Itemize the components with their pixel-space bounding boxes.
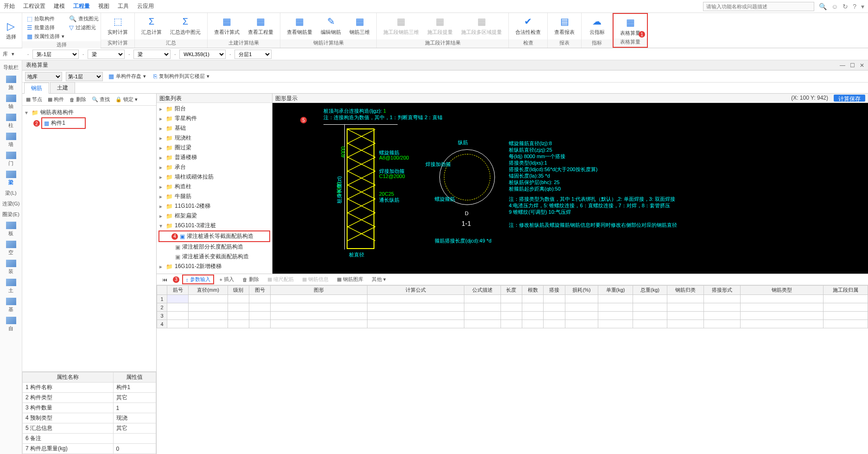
menu-item-active[interactable]: 工程量 xyxy=(73,2,90,10)
rail-item[interactable]: 门 xyxy=(6,152,16,167)
menu-item[interactable]: 开始 xyxy=(4,2,15,10)
sum-calc[interactable]: Σ汇总计算 xyxy=(138,14,165,37)
tree-delete-btn[interactable]: 🗑 删除 xyxy=(68,96,88,103)
atlas-item[interactable]: ▸📁11G101-2楼梯 xyxy=(157,201,272,211)
tree-root[interactable]: ▾📁钢筋表格构件 xyxy=(25,108,153,117)
prop-value[interactable]: 构件1 xyxy=(113,383,156,393)
prop-value[interactable]: 其它 xyxy=(113,423,156,434)
atlas-item[interactable]: ▸📁构造柱 xyxy=(157,182,272,192)
menu-item[interactable]: 云应用 xyxy=(137,2,154,10)
atlas-item[interactable]: ▸📁基础 xyxy=(157,123,272,133)
rail-item[interactable]: 梁(L) xyxy=(5,190,16,197)
tree-lock-btn[interactable]: 🔒 锁定 ▾ xyxy=(114,96,139,103)
atlas-item[interactable]: ▸📁承台 xyxy=(157,162,272,172)
cat-select[interactable]: 梁 xyxy=(88,50,125,59)
minimize-icon[interactable]: — xyxy=(840,62,845,69)
help-icon[interactable]: ? xyxy=(853,3,856,10)
rail-item[interactable]: 板 xyxy=(6,222,16,237)
param-input-button[interactable]: ↕ 参数输入 xyxy=(182,275,214,284)
pick-component[interactable]: ⬚拾取构件 xyxy=(25,15,66,23)
rebar-atlas-button[interactable]: ▦ 钢筋图库 xyxy=(334,275,366,283)
atlas-item-expanded[interactable]: ▾📁16G101-3灌注桩 xyxy=(157,221,272,230)
search-input[interactable] xyxy=(703,2,814,11)
select-by-prop[interactable]: ▦按属性选择 ▾ xyxy=(25,32,66,40)
rail-item[interactable]: 施 xyxy=(6,76,16,91)
prop-value[interactable]: 现浇 xyxy=(113,413,156,423)
atlas-item[interactable]: ▸📁16G101-2新增楼梯 xyxy=(157,262,272,271)
menu-item[interactable]: 工程设置 xyxy=(23,2,45,10)
atlas-item[interactable]: ▸📁零星构件 xyxy=(157,114,272,123)
close-icon[interactable]: ✕ xyxy=(860,62,864,69)
find-element[interactable]: 🔍查找图元 xyxy=(67,15,101,23)
floor-select[interactable]: 第-1层 xyxy=(32,50,79,59)
layer-select[interactable]: 分层1 xyxy=(234,50,272,59)
save-single[interactable]: ▦单构件存盘 ▾ xyxy=(107,72,148,80)
tree-node-btn[interactable]: ▦ 节点 xyxy=(24,96,44,103)
menu-item[interactable]: 建模 xyxy=(54,2,65,10)
delete-button[interactable]: 🗑 删除 xyxy=(240,275,262,283)
comp-select[interactable]: WKL359(1) xyxy=(179,50,226,59)
copy-to-floors[interactable]: ⎘复制构件到其它楼层 ▾ xyxy=(152,72,211,80)
table-row[interactable]: 1 xyxy=(157,295,868,303)
dropdown-icon[interactable]: ▾ xyxy=(861,3,864,10)
table-row[interactable]: 2 xyxy=(157,303,868,312)
tree-component-btn[interactable]: ▦ 构件 xyxy=(46,96,66,103)
rail-item[interactable]: 空 xyxy=(6,241,16,256)
atlas-item[interactable]: ▸📁现浇柱 xyxy=(157,133,272,143)
maximize-icon[interactable]: ☐ xyxy=(850,62,855,69)
prop-value[interactable]: 其它 xyxy=(113,393,156,403)
prop-value[interactable]: 0 xyxy=(113,444,156,454)
rail-item[interactable]: 装 xyxy=(6,260,16,275)
view-report[interactable]: ▤查看报表 xyxy=(551,14,578,37)
insert-button[interactable]: + 插入 xyxy=(217,275,237,283)
calc-save-button[interactable]: 计算保存 xyxy=(834,95,865,102)
atlas-subitem[interactable]: ▣ 灌注桩部分长度配筋构造 xyxy=(157,242,272,252)
edit-rebar[interactable]: ✎编辑钢筋 xyxy=(317,14,345,37)
realtime-calc[interactable]: ⬚实时计算 xyxy=(104,14,132,37)
view-formula[interactable]: ▦查看计算式 xyxy=(210,14,243,37)
tab-civil[interactable]: 土建 xyxy=(50,82,75,93)
atlas-subitem-selected[interactable]: 4 ▣ 灌注桩通长等截面配筋构造 xyxy=(158,230,270,242)
atlas-item[interactable]: ▸📁牛腿筋 xyxy=(157,192,272,201)
view-rebar[interactable]: ▦查看钢筋量 xyxy=(283,14,316,37)
atlas-item[interactable]: ▸📁圈过梁 xyxy=(157,143,272,153)
batch-select[interactable]: ☰批量选择 xyxy=(25,24,66,32)
atlas-subitem[interactable]: ▣ 灌注桩通长变截面配筋构造 xyxy=(157,252,272,262)
validity-check[interactable]: ✔合法性检查 xyxy=(512,14,545,37)
atlas-item[interactable]: ▸📁阳台 xyxy=(157,104,272,114)
atlas-item[interactable]: ▸📁框架扁梁 xyxy=(157,211,272,221)
rail-item[interactable]: 轴 xyxy=(6,95,16,110)
rail-item[interactable]: 柱 xyxy=(6,114,16,129)
rail-item[interactable]: 自 xyxy=(6,317,16,332)
tab-rebar[interactable]: 钢筋 xyxy=(24,83,49,94)
rebar-grid[interactable]: 筋号直径(mm)级别图号 图形计算公式公式描述 长度根数搭接损耗(%) 单重(k… xyxy=(157,285,868,454)
menu-item[interactable]: 视图 xyxy=(98,2,109,10)
other-button[interactable]: 其他 ▾ xyxy=(369,275,389,283)
table-row[interactable]: 3 xyxy=(157,312,868,320)
type-select[interactable]: 梁 xyxy=(133,50,171,59)
view-quantity[interactable]: ▦查看工程量 xyxy=(244,14,277,37)
atlas-item[interactable]: ▸📁普通楼梯 xyxy=(157,153,272,162)
cursor-icon[interactable]: ▷ xyxy=(7,20,15,32)
table-row[interactable]: 4 xyxy=(157,320,868,328)
refresh-icon[interactable]: ↻ xyxy=(843,3,848,10)
grid-nav-first[interactable]: ⏮ xyxy=(159,276,170,283)
basement-select[interactable]: 地库 xyxy=(25,72,62,81)
rail-item[interactable]: 土 xyxy=(6,279,16,294)
filter-element[interactable]: ▽过滤图元 xyxy=(67,24,101,32)
sum-selected[interactable]: Σ汇总选中图元 xyxy=(166,14,204,37)
floor-select-2[interactable]: 第-1层 xyxy=(66,72,103,81)
rail-item[interactable]: 连梁(G) xyxy=(2,200,20,207)
atlas-item[interactable]: ▸📁墙柱或砌体拉筋 xyxy=(157,172,272,182)
user-icon[interactable]: ☺ xyxy=(831,3,838,10)
rail-item[interactable]: 圈梁(E) xyxy=(2,211,19,218)
tree-selected-item[interactable]: ▦构件1 xyxy=(41,117,86,129)
rail-item[interactable]: 基 xyxy=(6,298,16,313)
menu-item[interactable]: 工具 xyxy=(118,2,129,10)
diagram-canvas[interactable]: 5 桩顶与承台连接构造(ljgz): 1 注：连接构造为数值，其中，1：判断直弯… xyxy=(272,103,868,274)
tree-find-btn[interactable]: 🔍 查找 xyxy=(90,96,112,103)
prop-value[interactable]: 1 xyxy=(113,403,156,413)
rail-item-active[interactable]: 梁 xyxy=(6,171,16,186)
prop-value[interactable] xyxy=(113,434,156,444)
cloud-index[interactable]: ☁云指标 xyxy=(584,14,609,37)
